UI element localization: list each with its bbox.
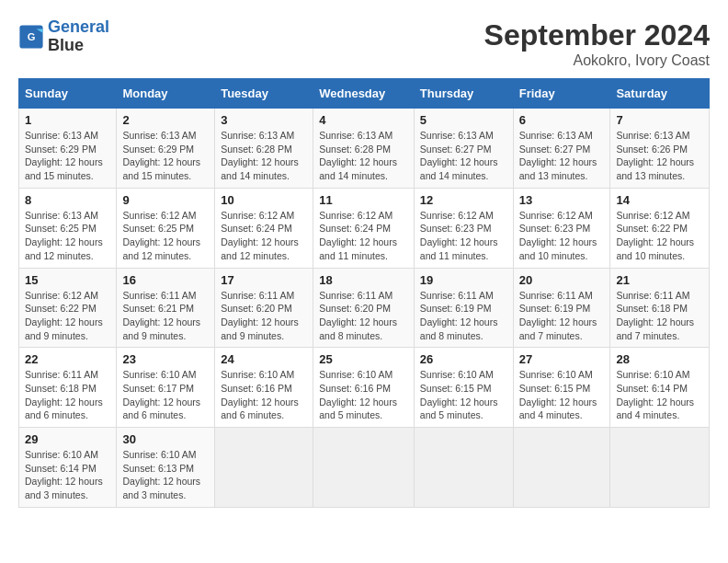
day-info: Sunrise: 6:13 AMSunset: 6:29 PMDaylight:… — [122, 130, 200, 181]
day-number: 8 — [25, 193, 110, 207]
day-number: 27 — [519, 352, 605, 366]
calendar-cell — [513, 428, 610, 508]
day-number: 9 — [122, 193, 209, 207]
day-number: 29 — [25, 432, 110, 446]
calendar-cell: 27Sunrise: 6:10 AMSunset: 6:15 PMDayligh… — [513, 348, 610, 428]
calendar-week-2: 8Sunrise: 6:13 AMSunset: 6:25 PMDaylight… — [19, 188, 710, 268]
day-info: Sunrise: 6:13 AMSunset: 6:27 PMDaylight:… — [420, 130, 498, 181]
calendar-week-5: 29Sunrise: 6:10 AMSunset: 6:14 PMDayligh… — [19, 428, 710, 508]
day-info: Sunrise: 6:13 AMSunset: 6:26 PMDaylight:… — [616, 130, 694, 181]
day-info: Sunrise: 6:10 AMSunset: 6:15 PMDaylight:… — [420, 369, 498, 420]
calendar-cell: 25Sunrise: 6:10 AMSunset: 6:16 PMDayligh… — [313, 348, 415, 428]
day-number: 18 — [319, 273, 408, 287]
day-number: 16 — [122, 273, 209, 287]
day-info: Sunrise: 6:13 AMSunset: 6:28 PMDaylight:… — [221, 130, 299, 181]
day-info: Sunrise: 6:10 AMSunset: 6:15 PMDaylight:… — [519, 369, 597, 420]
day-number: 28 — [616, 352, 703, 366]
day-number: 25 — [319, 352, 408, 366]
day-number: 11 — [319, 193, 408, 207]
calendar-cell: 1Sunrise: 6:13 AMSunset: 6:29 PMDaylight… — [19, 109, 117, 189]
header-sunday: Sunday — [19, 79, 117, 109]
day-info: Sunrise: 6:13 AMSunset: 6:29 PMDaylight:… — [25, 130, 103, 181]
day-info: Sunrise: 6:12 AMSunset: 6:24 PMDaylight:… — [319, 210, 397, 261]
calendar-cell: 14Sunrise: 6:12 AMSunset: 6:22 PMDayligh… — [610, 188, 710, 268]
calendar-cell: 5Sunrise: 6:13 AMSunset: 6:27 PMDaylight… — [414, 109, 513, 189]
calendar-cell: 2Sunrise: 6:13 AMSunset: 6:29 PMDaylight… — [117, 109, 215, 189]
day-info: Sunrise: 6:11 AMSunset: 6:19 PMDaylight:… — [420, 290, 498, 341]
header-friday: Friday — [513, 79, 610, 109]
calendar-cell: 21Sunrise: 6:11 AMSunset: 6:18 PMDayligh… — [610, 268, 710, 348]
calendar-cell — [313, 428, 415, 508]
day-number: 22 — [25, 352, 110, 366]
page-header: G GeneralBlue September 2024 Aokokro, Iv… — [18, 18, 710, 69]
day-number: 24 — [221, 352, 307, 366]
svg-text:G: G — [28, 31, 36, 42]
calendar-cell: 20Sunrise: 6:11 AMSunset: 6:19 PMDayligh… — [513, 268, 610, 348]
day-number: 30 — [122, 432, 209, 446]
day-info: Sunrise: 6:10 AMSunset: 6:16 PMDaylight:… — [221, 369, 299, 420]
calendar-cell: 9Sunrise: 6:12 AMSunset: 6:25 PMDaylight… — [117, 188, 215, 268]
day-number: 1 — [25, 113, 110, 127]
logo-icon: G — [18, 24, 44, 50]
day-number: 7 — [616, 113, 703, 127]
calendar-cell: 6Sunrise: 6:13 AMSunset: 6:27 PMDaylight… — [513, 109, 610, 189]
day-number: 23 — [122, 352, 209, 366]
day-number: 2 — [122, 113, 209, 127]
logo-text: GeneralBlue — [48, 18, 109, 55]
calendar-cell: 18Sunrise: 6:11 AMSunset: 6:20 PMDayligh… — [313, 268, 415, 348]
day-number: 20 — [519, 273, 605, 287]
day-info: Sunrise: 6:13 AMSunset: 6:28 PMDaylight:… — [319, 130, 397, 181]
calendar-cell: 28Sunrise: 6:10 AMSunset: 6:14 PMDayligh… — [610, 348, 710, 428]
calendar-cell: 26Sunrise: 6:10 AMSunset: 6:15 PMDayligh… — [414, 348, 513, 428]
day-number: 12 — [420, 193, 507, 207]
header-thursday: Thursday — [414, 79, 513, 109]
calendar-cell: 30Sunrise: 6:10 AMSunset: 6:13 PMDayligh… — [117, 428, 215, 508]
calendar-cell: 4Sunrise: 6:13 AMSunset: 6:28 PMDaylight… — [313, 109, 415, 189]
calendar-cell: 12Sunrise: 6:12 AMSunset: 6:23 PMDayligh… — [414, 188, 513, 268]
calendar-cell: 10Sunrise: 6:12 AMSunset: 6:24 PMDayligh… — [215, 188, 313, 268]
day-info: Sunrise: 6:11 AMSunset: 6:18 PMDaylight:… — [616, 290, 694, 341]
day-info: Sunrise: 6:10 AMSunset: 6:13 PMDaylight:… — [122, 449, 200, 500]
day-info: Sunrise: 6:12 AMSunset: 6:23 PMDaylight:… — [420, 210, 498, 261]
day-number: 10 — [221, 193, 307, 207]
calendar-table: SundayMondayTuesdayWednesdayThursdayFrid… — [18, 78, 710, 508]
day-info: Sunrise: 6:13 AMSunset: 6:25 PMDaylight:… — [25, 210, 103, 261]
day-number: 3 — [221, 113, 307, 127]
day-number: 14 — [616, 193, 703, 207]
day-info: Sunrise: 6:10 AMSunset: 6:16 PMDaylight:… — [319, 369, 397, 420]
day-info: Sunrise: 6:10 AMSunset: 6:14 PMDaylight:… — [25, 449, 103, 500]
day-info: Sunrise: 6:10 AMSunset: 6:17 PMDaylight:… — [122, 369, 200, 420]
calendar-cell: 13Sunrise: 6:12 AMSunset: 6:23 PMDayligh… — [513, 188, 610, 268]
calendar-cell: 17Sunrise: 6:11 AMSunset: 6:20 PMDayligh… — [215, 268, 313, 348]
calendar-cell: 29Sunrise: 6:10 AMSunset: 6:14 PMDayligh… — [19, 428, 117, 508]
day-number: 19 — [420, 273, 507, 287]
day-info: Sunrise: 6:12 AMSunset: 6:23 PMDaylight:… — [519, 210, 597, 261]
location-title: Aokokro, Ivory Coast — [484, 52, 710, 69]
calendar-header-row: SundayMondayTuesdayWednesdayThursdayFrid… — [19, 79, 710, 109]
header-tuesday: Tuesday — [215, 79, 313, 109]
calendar-cell: 7Sunrise: 6:13 AMSunset: 6:26 PMDaylight… — [610, 109, 710, 189]
calendar-cell — [215, 428, 313, 508]
calendar-cell: 24Sunrise: 6:10 AMSunset: 6:16 PMDayligh… — [215, 348, 313, 428]
calendar-cell: 11Sunrise: 6:12 AMSunset: 6:24 PMDayligh… — [313, 188, 415, 268]
logo: G GeneralBlue — [18, 18, 109, 55]
day-info: Sunrise: 6:11 AMSunset: 6:18 PMDaylight:… — [25, 369, 103, 420]
day-number: 26 — [420, 352, 507, 366]
day-info: Sunrise: 6:13 AMSunset: 6:27 PMDaylight:… — [519, 130, 597, 181]
day-info: Sunrise: 6:11 AMSunset: 6:19 PMDaylight:… — [519, 290, 597, 341]
calendar-week-4: 22Sunrise: 6:11 AMSunset: 6:18 PMDayligh… — [19, 348, 710, 428]
day-number: 5 — [420, 113, 507, 127]
day-info: Sunrise: 6:10 AMSunset: 6:14 PMDaylight:… — [616, 369, 694, 420]
day-info: Sunrise: 6:12 AMSunset: 6:22 PMDaylight:… — [25, 290, 103, 341]
header-monday: Monday — [117, 79, 215, 109]
calendar-cell: 16Sunrise: 6:11 AMSunset: 6:21 PMDayligh… — [117, 268, 215, 348]
day-info: Sunrise: 6:11 AMSunset: 6:20 PMDaylight:… — [221, 290, 299, 341]
day-number: 13 — [519, 193, 605, 207]
header-saturday: Saturday — [610, 79, 710, 109]
day-info: Sunrise: 6:11 AMSunset: 6:20 PMDaylight:… — [319, 290, 397, 341]
title-area: September 2024 Aokokro, Ivory Coast — [484, 18, 710, 69]
calendar-cell: 23Sunrise: 6:10 AMSunset: 6:17 PMDayligh… — [117, 348, 215, 428]
month-title: September 2024 — [484, 18, 710, 52]
calendar-cell — [610, 428, 710, 508]
day-number: 15 — [25, 273, 110, 287]
